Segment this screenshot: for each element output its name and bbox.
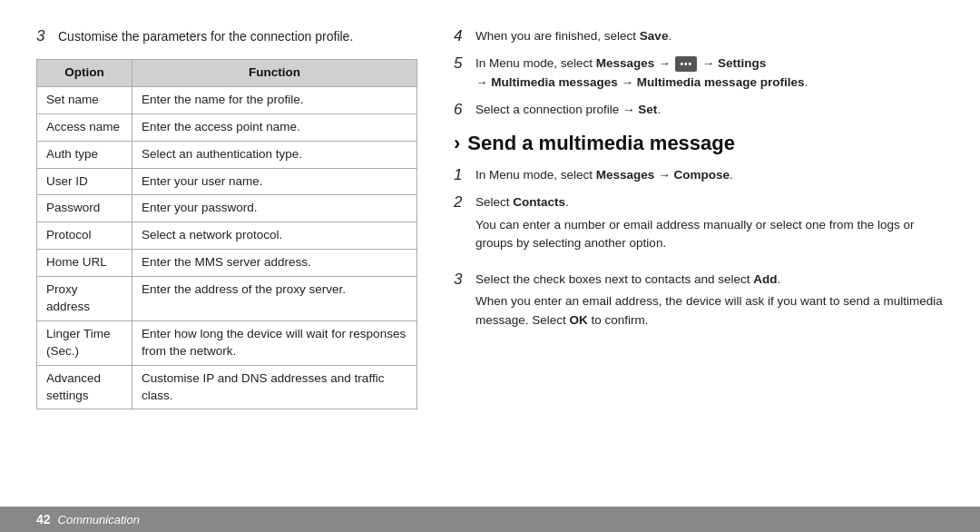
step-number-5: 5 (454, 54, 470, 73)
section-title: Send a multimedia message (467, 132, 735, 155)
table-cell-option: Linger Time (Sec.) (37, 320, 132, 365)
send-multimedia-heading: › Send a multimedia message (454, 132, 944, 155)
page-number: 42 (36, 512, 51, 527)
table-cell-function: Customise IP and DNS addresses and traff… (132, 365, 417, 409)
table-row: User IDEnter your user name. (37, 168, 417, 195)
footer-label: Communication (58, 513, 140, 527)
table-row: ProtocolSelect a network protocol. (37, 222, 417, 250)
table-cell-option: Advanced settings (37, 365, 132, 409)
sub-step-3-content: Select the check boxes next to contacts … (475, 272, 780, 286)
table-cell-option: User ID (37, 168, 132, 195)
sub-step-2: 2 Select Contacts. You can enter a numbe… (454, 193, 944, 261)
col-function: Function (132, 60, 417, 87)
step-number-6: 6 (454, 101, 470, 119)
step-number-3: 3 (36, 27, 53, 45)
table-cell-function: Select an authentication type. (132, 141, 417, 168)
left-column: 3 Customise the parameters for the conne… (36, 27, 417, 498)
step-3-intro: 3 Customise the parameters for the conne… (36, 27, 417, 46)
step-number-4: 4 (454, 27, 470, 45)
messages-icon: ••• (675, 56, 697, 72)
right-column: 4 When you are finished, select Save. 5 … (454, 27, 944, 498)
table-cell-option: Protocol (37, 222, 132, 250)
table-cell-function: Enter the MMS server address. (132, 250, 417, 277)
sub-step-number-1: 1 (454, 166, 470, 184)
table-cell-option: Password (37, 195, 132, 222)
step-4-content: When you are finished, select Save. (475, 27, 671, 45)
step-4: 4 When you are finished, select Save. (454, 27, 944, 45)
sub-step-2-extra: You can enter a number or email address … (475, 216, 944, 253)
page-footer: 42 Communication (0, 507, 980, 532)
step-6-content: Select a connection profile → Set. (475, 101, 661, 119)
table-cell-function: Enter the access point name. (132, 113, 417, 141)
table-row: Advanced settingsCustomise IP and DNS ad… (37, 365, 417, 409)
table-row: PasswordEnter your password. (37, 195, 417, 222)
table-cell-function: Enter your password. (132, 195, 417, 222)
section-arrow: › (454, 132, 460, 155)
table-cell-option: Proxy address (37, 277, 132, 321)
sub-step-number-3: 3 (454, 271, 470, 289)
table-cell-option: Home URL (37, 250, 132, 277)
sub-step-1-content: In Menu mode, select Messages → Compose. (475, 166, 733, 184)
table-cell-function: Enter the name for the profile. (132, 86, 417, 113)
col-option: Option (37, 60, 132, 87)
table-row: Proxy addressEnter the address of the pr… (37, 277, 417, 321)
table-cell-option: Auth type (37, 141, 132, 168)
step-5-content: In Menu mode, select Messages → ••• → Se… (475, 54, 808, 92)
step-6: 6 Select a connection profile → Set. (454, 101, 944, 119)
table-cell-option: Set name (37, 86, 132, 113)
sub-step-number-2: 2 (454, 193, 470, 212)
table-cell-function: Enter your user name. (132, 168, 417, 195)
table-cell-option: Access name (37, 113, 132, 141)
step-5: 5 In Menu mode, select Messages → ••• → … (454, 54, 944, 92)
sub-step-3: 3 Select the check boxes next to contact… (454, 271, 944, 339)
table-row: Linger Time (Sec.)Enter how long the dev… (37, 320, 417, 365)
options-table: Option Function Set nameEnter the name f… (36, 59, 417, 409)
table-header-row: Option Function (37, 60, 417, 87)
table-row: Auth typeSelect an authentication type. (37, 141, 417, 168)
table-row: Home URLEnter the MMS server address. (37, 250, 417, 277)
table-cell-function: Select a network protocol. (132, 222, 417, 250)
sub-step-1: 1 In Menu mode, select Messages → Compos… (454, 166, 944, 184)
sub-step-3-extra: When you enter an email address, the dev… (475, 292, 944, 330)
step-3-text: Customise the parameters for the connect… (58, 27, 353, 46)
table-row: Access nameEnter the access point name. (37, 113, 417, 141)
table-row: Set nameEnter the name for the profile. (37, 86, 417, 113)
table-cell-function: Enter how long the device will wait for … (132, 320, 417, 365)
sub-step-2-content: Select Contacts. (475, 195, 569, 209)
table-cell-function: Enter the address of the proxy server. (132, 277, 417, 321)
